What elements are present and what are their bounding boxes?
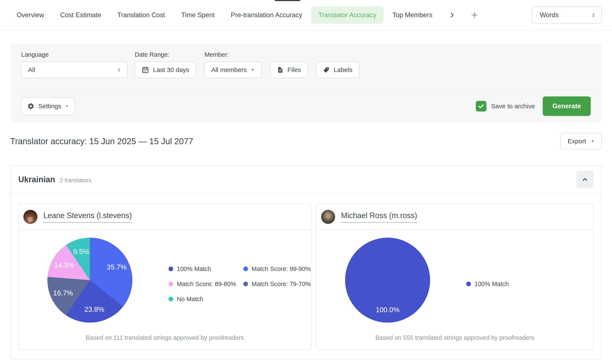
language-section-ukrainian: Ukrainian 2 translators Leane Stevens (l…: [10, 165, 602, 360]
language-name: Ukrainian: [18, 175, 55, 184]
generate-button[interactable]: Generate: [543, 96, 591, 116]
tab-top-members[interactable]: Top Members: [392, 11, 432, 19]
chevron-right-icon: [449, 12, 455, 18]
save-to-archive-label: Save to archive: [491, 103, 535, 110]
date-range-label: Date Range:: [135, 51, 196, 58]
pie-legend: 100% Match: [466, 281, 541, 287]
legend-dot-icon: [243, 267, 248, 271]
pie-legend: 100% MatchMatch Score: 99-90%Match Score…: [169, 265, 311, 303]
legend-label: No Match: [177, 296, 203, 303]
date-range-button[interactable]: Last 30 days: [135, 62, 196, 78]
pie-slice-label: 9.5%: [73, 248, 89, 256]
calendar-icon: [142, 66, 149, 74]
translator-name-link[interactable]: Leane Stevens (l.stevens): [43, 211, 132, 223]
caret-down-icon: [251, 68, 255, 72]
legend-label: 100% Match: [177, 265, 211, 273]
member-select-value: All members: [211, 66, 247, 74]
legend-label: Match Score: 99-90%: [252, 265, 311, 273]
avatar: [321, 210, 335, 224]
translators-count: 2 translators: [60, 177, 91, 184]
member-select[interactable]: All members: [204, 62, 262, 78]
tag-icon: [323, 66, 330, 73]
collapse-section-button[interactable]: [576, 171, 594, 188]
save-to-archive-checkbox[interactable]: [476, 101, 486, 112]
legend-dot-icon: [169, 282, 173, 286]
tab-overview[interactable]: Overview: [17, 11, 44, 19]
chart-footnote: Based on 555 translated strings approved…: [316, 330, 593, 350]
legend-dot-icon: [169, 297, 173, 301]
pie-slice-label: 100.0%: [376, 306, 399, 314]
chevron-up-icon: [581, 176, 589, 183]
tab-translation-cost[interactable]: Translation Cost: [117, 11, 165, 19]
avatar: [23, 210, 37, 224]
language-select[interactable]: All: [21, 62, 128, 78]
sort-arrows-icon: [591, 12, 596, 18]
tab-pre-translation-accuracy[interactable]: Pre-translation Accuracy: [231, 11, 302, 19]
legend-item[interactable]: Match Score: 89-80%: [169, 281, 243, 287]
panel-divider: [19, 90, 593, 91]
chart-footnote: Based on 111 translated strings approved…: [19, 330, 311, 350]
legend-item[interactable]: 100% Match: [466, 281, 541, 287]
legend-dot-icon: [169, 267, 173, 271]
tab-translator-accuracy[interactable]: Translator Accuracy: [311, 6, 384, 24]
legend-label: Match Score: 89-80%: [177, 281, 236, 287]
accuracy-pie-chart[interactable]: 35.7%23.8%16.7%14.3%9.5%: [47, 238, 133, 323]
legend-item[interactable]: No Match: [169, 296, 243, 303]
tab-time-spent[interactable]: Time Spent: [181, 11, 215, 19]
pie-slice-label: 14.3%: [54, 261, 74, 269]
export-button[interactable]: Export: [560, 133, 602, 150]
report-filter-panel: Language All Date Range: Last 30 days: [10, 43, 602, 122]
legend-dot-icon: [243, 282, 248, 286]
add-report-button[interactable]: [471, 11, 478, 19]
files-button[interactable]: Files: [270, 62, 308, 78]
pie-slice-label: 35.7%: [107, 263, 127, 271]
member-label: Member:: [204, 51, 359, 58]
file-icon: [277, 66, 284, 73]
date-range-value: Last 30 days: [153, 66, 189, 74]
caret-down-icon: [591, 139, 595, 143]
legend-label: Match Score: 79-70%: [252, 281, 311, 287]
checkmark-icon: [478, 103, 485, 110]
legend-item[interactable]: 100% Match: [169, 265, 243, 273]
caret-down-icon: [65, 104, 69, 108]
report-title: Translator accuracy: 15 Jun 2025 — 15 Ju…: [10, 137, 193, 146]
pie-slice-label: 23.8%: [84, 305, 104, 313]
translator-card-michael-ross: Michael Ross (m.ross) 100.0% 100% Match …: [316, 203, 594, 350]
save-to-archive-control[interactable]: Save to archive: [476, 101, 535, 112]
language-select-value: All: [28, 66, 35, 74]
legend-label: 100% Match: [475, 281, 509, 287]
unit-select-value: Words: [540, 11, 559, 19]
translator-card-leane-stevens: Leane Stevens (l.stevens) 35.7%23.8%16.7…: [18, 203, 311, 350]
files-button-label: Files: [288, 66, 301, 74]
tabs-overflow-button[interactable]: [449, 12, 455, 18]
report-tabs: Overview Cost Estimate Translation Cost …: [0, 0, 612, 30]
top-dark-bar: [275, 0, 300, 1]
gear-icon: [27, 103, 34, 110]
legend-item[interactable]: Match Score: 99-90%: [243, 265, 311, 273]
settings-button[interactable]: Settings: [21, 97, 75, 115]
accuracy-pie-chart[interactable]: 100.0%: [345, 238, 430, 323]
pie-slice-label: 16.7%: [53, 289, 73, 297]
labels-button[interactable]: Labels: [316, 62, 359, 78]
legend-dot-icon: [466, 282, 471, 286]
translator-name-link[interactable]: Michael Ross (m.ross): [341, 211, 417, 223]
settings-button-label: Settings: [38, 103, 61, 110]
legend-item[interactable]: Match Score: 79-70%: [243, 281, 311, 287]
labels-button-label: Labels: [334, 66, 352, 74]
export-button-label: Export: [568, 138, 586, 145]
unit-select[interactable]: Words: [532, 6, 602, 24]
tab-cost-estimate[interactable]: Cost Estimate: [60, 11, 101, 19]
plus-icon: [471, 11, 478, 19]
sort-arrows-icon: [117, 67, 121, 72]
language-label: Language: [21, 51, 128, 58]
